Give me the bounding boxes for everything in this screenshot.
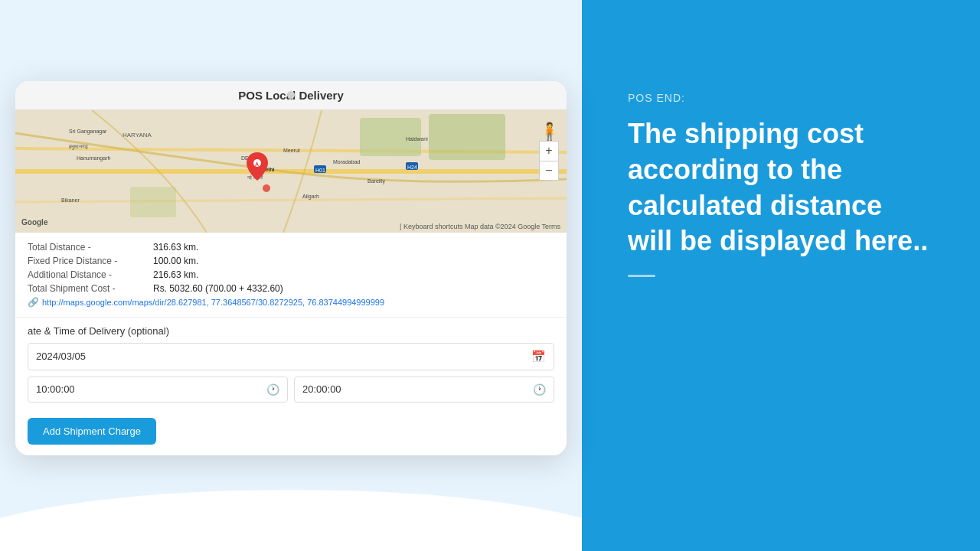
fixed-price-row: Fixed Price Distance - 100.00 km. xyxy=(28,256,554,266)
svg-text:HARYANA: HARYANA xyxy=(122,132,152,139)
svg-text:हनुमानगढ़: हनुमानगढ़ xyxy=(68,144,88,150)
time-from-value: 10:00:00 xyxy=(36,383,266,395)
modal-card: POS Local Delivery xyxy=(15,81,567,455)
svg-point-27 xyxy=(263,184,270,192)
left-panel: POS Local Delivery xyxy=(0,0,582,551)
svg-text:H24: H24 xyxy=(407,165,417,170)
map-svg: HARYANA DEL New Delhi नई दिल्ली Meerut M… xyxy=(15,110,567,233)
svg-text:A: A xyxy=(255,161,259,167)
zoom-in-button[interactable]: + xyxy=(539,141,559,161)
google-logo: Google xyxy=(21,218,47,227)
svg-text:H01: H01 xyxy=(315,168,325,173)
modal-topbar: POS Local Delivery xyxy=(15,81,567,110)
divider-line xyxy=(628,275,655,277)
main-message: The shipping cost according to the calcu… xyxy=(628,116,934,259)
external-link-icon: 🔗 xyxy=(28,297,39,308)
additional-distance-value: 216.63 km. xyxy=(153,269,198,280)
svg-text:Haldwani: Haldwani xyxy=(406,136,428,142)
svg-text:Bareilly: Bareilly xyxy=(368,178,385,184)
total-distance-label: Total Distance - xyxy=(28,242,150,253)
additional-distance-label: Additional Distance - xyxy=(28,269,150,280)
shipment-cost-row: Total Shipment Cost - Rs. 5032.60 (700.0… xyxy=(28,283,554,294)
time-to-box[interactable]: 20:00:00 🕐 xyxy=(294,377,554,403)
svg-text:Sri Ganganagar: Sri Ganganagar xyxy=(69,129,107,135)
total-distance-value: 316.63 km. xyxy=(153,242,198,253)
datetime-section-label: ate & Time of Delivery (optional) xyxy=(28,325,554,337)
bottom-curve-decoration xyxy=(0,490,635,551)
time-row: 10:00:00 🕐 20:00:00 🕐 xyxy=(28,377,554,403)
map-controls: + − xyxy=(539,141,559,181)
info-section: Total Distance - 316.63 km. Fixed Price … xyxy=(15,233,567,318)
right-panel: POS END: The shipping cost according to … xyxy=(582,0,980,551)
clock-to-icon[interactable]: 🕐 xyxy=(533,383,546,396)
map-container[interactable]: HARYANA DEL New Delhi नई दिल्ली Meerut M… xyxy=(15,110,567,233)
svg-rect-5 xyxy=(429,114,505,160)
time-to-value: 20:00:00 xyxy=(302,383,533,395)
shipment-cost-label: Total Shipment Cost - xyxy=(28,283,150,294)
svg-text:Bikaner: Bikaner xyxy=(61,197,80,203)
pos-end-label: POS END: xyxy=(628,92,934,104)
date-input-row[interactable]: 2024/03/05 📅 xyxy=(28,343,554,370)
map-footer: | Keyboard shortcuts Map data ©2024 Goog… xyxy=(400,223,560,230)
map-link-row: 🔗 http://maps.google.com/maps/dir/28.627… xyxy=(28,297,554,308)
modal-dot xyxy=(287,91,295,99)
svg-text:Aligarh: Aligarh xyxy=(302,194,319,200)
additional-distance-row: Additional Distance - 216.63 km. xyxy=(28,269,554,280)
shipment-cost-value: Rs. 5032.60 (700.00 + 4332.60) xyxy=(153,283,283,294)
zoom-out-button[interactable]: − xyxy=(539,161,559,181)
svg-text:Meerut: Meerut xyxy=(283,148,300,153)
total-distance-row: Total Distance - 316.63 km. xyxy=(28,242,554,253)
button-section: Add Shipment Charge xyxy=(15,410,567,455)
svg-text:Hanumangarh: Hanumangarh xyxy=(77,155,110,161)
svg-rect-6 xyxy=(130,187,176,217)
svg-text:Moradabad: Moradabad xyxy=(333,159,361,165)
add-shipment-button[interactable]: Add Shipment Charge xyxy=(28,418,156,445)
fixed-price-value: 100.00 km. xyxy=(153,256,198,266)
clock-from-icon[interactable]: 🕐 xyxy=(266,383,279,396)
datetime-section: ate & Time of Delivery (optional) 2024/0… xyxy=(15,318,567,410)
modal-wrapper: POS Local Delivery xyxy=(15,89,567,463)
time-from-box[interactable]: 10:00:00 🕐 xyxy=(28,377,288,403)
fixed-price-label: Fixed Price Distance - xyxy=(28,256,150,266)
date-value: 2024/03/05 xyxy=(36,350,531,362)
calendar-icon[interactable]: 📅 xyxy=(531,350,546,364)
map-link[interactable]: http://maps.google.com/maps/dir/28.62798… xyxy=(42,298,384,307)
